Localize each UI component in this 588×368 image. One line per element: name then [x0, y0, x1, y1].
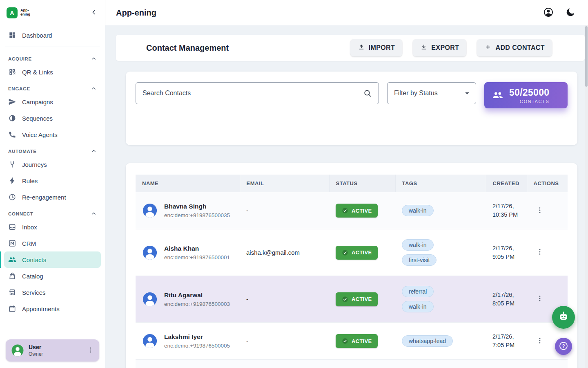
sidebar-item-catalog[interactable]: Catalog: [4, 268, 101, 284]
table-row[interactable]: Jyoti Rawat ACTIVE campaign-lead 2/17/26…: [136, 360, 568, 368]
table-row[interactable]: Aisha Khan enc:demo:+919876500001 aisha.…: [136, 229, 568, 276]
table-row[interactable]: Bhavna Singh enc:demo:+919876500035 - AC…: [136, 192, 568, 229]
sidebar-item-voice-agents[interactable]: Voice Agents: [4, 126, 101, 143]
user-menu-button[interactable]: [87, 346, 94, 355]
scrollbar-track[interactable]: [585, 25, 588, 368]
sidebar-item-contacts[interactable]: Contacts: [4, 251, 101, 268]
sidebar-item-appointments[interactable]: Appointments: [4, 301, 101, 317]
logo-line2: ening: [20, 13, 30, 17]
search-icon[interactable]: [363, 89, 372, 98]
created-time: 7:05 PM: [492, 342, 514, 348]
email-cell: -: [240, 323, 329, 360]
section-header-acquire[interactable]: ACQUIRE: [4, 50, 101, 64]
contact-phone: enc:demo:+919876500003: [164, 301, 230, 307]
tags-cell: walk-in: [395, 192, 486, 229]
created-timestamp: 2/17/26, 9:05 PM: [492, 244, 520, 261]
status-label: ACTIVE: [352, 296, 372, 302]
crm-icon: [8, 239, 16, 247]
name-cell: Lakshmi Iyer enc:demo:+919876500005: [136, 323, 240, 360]
check-circle-icon: [342, 249, 348, 256]
sidebar-item-label: Rules: [22, 177, 38, 184]
tags-cell-list: whatsapp-lead: [402, 335, 479, 347]
sidebar-item-re-engagement[interactable]: Re-engagement: [4, 189, 101, 205]
chatbot-fab[interactable]: [552, 306, 575, 329]
status-badge: ACTIVE: [336, 246, 378, 260]
sidebar-item-journeys[interactable]: Journeys: [4, 156, 101, 173]
sidebar-item-inbox[interactable]: Inbox: [4, 219, 101, 235]
import-button[interactable]: IMPORT: [350, 39, 403, 56]
created-cell: 2/17/26, 10:35 PM: [486, 192, 527, 229]
people-icon: [8, 256, 16, 264]
kebab-menu-icon: [536, 294, 544, 304]
app-title: App-ening: [116, 8, 156, 18]
sidebar-item-label: Catalog: [22, 273, 43, 280]
section-label: ACQUIRE: [8, 56, 32, 61]
table-row[interactable]: Lakshmi Iyer enc:demo:+919876500005 - AC…: [136, 323, 568, 360]
name-cell: Jyoti Rawat: [136, 360, 240, 368]
contact-avatar-icon: [142, 292, 158, 307]
sidebar-item-qr-links[interactable]: QR & Links: [4, 64, 101, 80]
column-header-status: STATUS: [329, 175, 395, 192]
sidebar-item-dashboard[interactable]: Dashboard: [4, 27, 101, 43]
status-cell: ACTIVE: [329, 360, 395, 368]
table-header-row: NAMEEMAILSTATUSTAGSCREATEDACTIONS: [136, 175, 568, 192]
row-menu-button[interactable]: [533, 334, 546, 348]
contact-email: aisha.k@gmail.com: [246, 249, 300, 256]
created-date: 2/17/26,: [492, 333, 514, 340]
user-role: Owner: [29, 351, 83, 357]
chevron-up-icon: [91, 211, 97, 217]
dark-mode-toggle[interactable]: [565, 7, 576, 19]
dashboard-icon: [8, 31, 16, 39]
calendar-icon: [8, 305, 16, 313]
row-menu-button[interactable]: [533, 204, 546, 218]
section-header-connect[interactable]: CONNECT: [4, 205, 101, 219]
tags-cell: campaign-lead: [395, 360, 486, 368]
tag-pill: referral: [402, 286, 434, 297]
user-card[interactable]: User Owner: [6, 339, 99, 361]
created-timestamp: 2/17/26, 7:05 PM: [492, 332, 520, 350]
sidebar-item-services[interactable]: Services: [4, 284, 101, 301]
account-button[interactable]: [543, 7, 554, 19]
sidebar-item-campaigns[interactable]: Campaigns: [4, 94, 101, 110]
contact-count-caption: CONTACTS: [520, 99, 549, 104]
help-fab[interactable]: ?: [555, 338, 572, 355]
row-menu-button[interactable]: [533, 292, 546, 306]
app-logo: A App- ening: [7, 7, 30, 18]
actions-cell: [527, 360, 568, 368]
contact-email: -: [246, 207, 248, 214]
account-icon: [543, 7, 554, 19]
kebab-menu-icon: [536, 206, 544, 215]
section-header-automate[interactable]: AUTOMATE: [4, 143, 101, 156]
column-header-name: NAME: [136, 175, 240, 192]
contact-name: Lakshmi Iyer: [164, 333, 230, 341]
kebab-menu-icon: [87, 346, 94, 355]
sidebar-item-sequences[interactable]: Sequences: [4, 110, 101, 126]
contact-identity: Lakshmi Iyer enc:demo:+919876500005: [164, 333, 230, 349]
add-contact-button[interactable]: ADD CONTACT: [477, 39, 552, 56]
scrollbar-thumb[interactable]: [585, 26, 588, 87]
sidebar-item-crm[interactable]: CRM: [4, 235, 101, 251]
search-input[interactable]: [143, 90, 363, 97]
contact-phone: enc:demo:+919876500035: [164, 212, 230, 218]
name-cell: Ritu Agarwal enc:demo:+919876500003: [136, 276, 240, 323]
branch-icon: [8, 160, 16, 168]
inbox-icon: [8, 223, 16, 231]
logo-icon: A: [7, 7, 18, 18]
contact-name: Ritu Agarwal: [164, 292, 230, 299]
sidebar-item-label: CRM: [22, 240, 36, 247]
status-filter-select[interactable]: Filter by Status: [387, 82, 476, 104]
section-header-engage[interactable]: ENGAGE: [4, 80, 101, 94]
lightning-icon: [8, 177, 16, 185]
email-cell: -: [240, 276, 329, 323]
export-button[interactable]: EXPORT: [413, 39, 466, 56]
table-row[interactable]: Ritu Agarwal enc:demo:+919876500003 - AC…: [136, 276, 568, 323]
status-badge: ACTIVE: [336, 292, 378, 306]
sidebar-item-rules[interactable]: Rules: [4, 173, 101, 189]
tags-cell: walk-infirst-visit: [395, 229, 486, 276]
sidebar-collapse-button[interactable]: [90, 9, 98, 17]
contact-avatar-icon: [142, 333, 158, 349]
people-group-icon: [492, 89, 504, 101]
contacts-table: NAMEEMAILSTATUSTAGSCREATEDACTIONS Bhavna…: [136, 175, 568, 368]
row-menu-button[interactable]: [533, 245, 546, 260]
user-name: User: [29, 344, 83, 350]
